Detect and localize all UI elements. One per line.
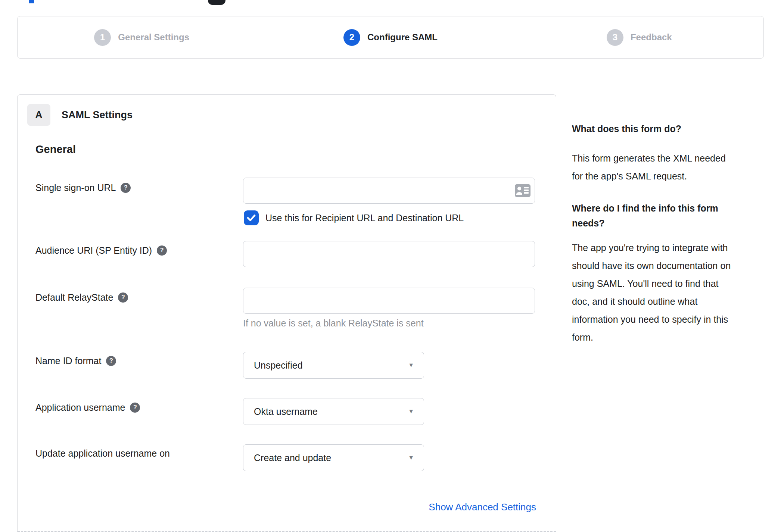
app-username-help-icon[interactable]: ?: [130, 403, 140, 413]
app-username-select[interactable]: Okta username ▼: [243, 398, 424, 425]
audience-uri-help-icon[interactable]: ?: [157, 245, 167, 256]
recipient-url-checkbox-label: Use this for Recipient URL and Destinati…: [265, 210, 464, 225]
relay-state-hint: If no value is set, a blank RelayState i…: [243, 318, 424, 329]
update-username-label: Update application username on: [35, 448, 170, 459]
step-configure-saml[interactable]: 2 Configure SAML: [266, 16, 515, 58]
sidebar-question-2: Where do I find the info this form needs…: [572, 201, 753, 231]
recipient-url-checkbox[interactable]: [244, 210, 259, 225]
app-username-label-row: Application username ?: [35, 401, 140, 414]
step-1-label: General Settings: [118, 32, 189, 43]
section-a-badge: A: [27, 104, 50, 126]
relay-state-help-icon[interactable]: ?: [118, 292, 128, 303]
step-2-number-badge: 2: [343, 29, 360, 46]
name-id-format-label: Name ID format: [35, 356, 101, 366]
relay-state-label-row: Default RelayState ?: [35, 291, 128, 304]
chevron-down-icon: ▼: [408, 408, 414, 415]
sso-url-label: Single sign-on URL: [35, 182, 116, 193]
saml-settings-title: SAML Settings: [62, 104, 133, 126]
sso-url-input[interactable]: [243, 178, 535, 204]
app-username-label: Application username: [35, 402, 125, 413]
sidebar-answer-2: The app you're trying to integrate with …: [572, 239, 753, 346]
cutoff-dark-element: [208, 0, 225, 5]
update-username-label-row: Update application username on: [35, 447, 170, 460]
step-2-label: Configure SAML: [367, 32, 438, 43]
saml-settings-panel: A SAML Settings General Single sign-on U…: [17, 94, 556, 532]
chevron-down-icon: ▼: [408, 362, 414, 369]
general-heading: General: [35, 143, 76, 156]
step-3-number-badge: 3: [607, 29, 623, 46]
app-username-value: Okta username: [254, 406, 318, 417]
sso-url-help-icon[interactable]: ?: [121, 183, 131, 193]
name-id-format-help-icon[interactable]: ?: [106, 356, 116, 366]
audience-uri-input[interactable]: [243, 241, 535, 267]
step-3-label: Feedback: [631, 32, 672, 43]
step-general-settings[interactable]: 1 General Settings: [18, 16, 266, 58]
audience-uri-label: Audience URI (SP Entity ID): [35, 245, 152, 256]
audience-uri-label-row: Audience URI (SP Entity ID) ?: [35, 244, 167, 257]
relay-state-input[interactable]: [243, 288, 535, 314]
step-feedback: 3 Feedback: [515, 16, 763, 58]
chevron-down-icon: ▼: [408, 454, 414, 461]
show-advanced-settings-link[interactable]: Show Advanced Settings: [429, 501, 536, 513]
sidebar-question-1: What does this form do?: [572, 123, 753, 134]
relay-state-label: Default RelayState: [35, 292, 113, 303]
step-1-number-badge: 1: [94, 29, 111, 46]
update-username-select[interactable]: Create and update ▼: [243, 444, 424, 471]
update-username-value: Create and update: [254, 453, 331, 463]
cutoff-blue-tab-indicator: [29, 0, 34, 3]
name-id-format-value: Unspecified: [254, 360, 303, 371]
sso-url-label-row: Single sign-on URL ?: [35, 181, 131, 194]
name-id-format-select[interactable]: Unspecified ▼: [243, 352, 424, 379]
sidebar-answer-1: This form generates the XML needed for t…: [572, 149, 753, 185]
wizard-stepper: 1 General Settings 2 Configure SAML 3 Fe…: [17, 16, 764, 59]
help-sidebar: What does this form do? This form genera…: [572, 123, 753, 346]
name-id-format-label-row: Name ID format ?: [35, 354, 116, 367]
